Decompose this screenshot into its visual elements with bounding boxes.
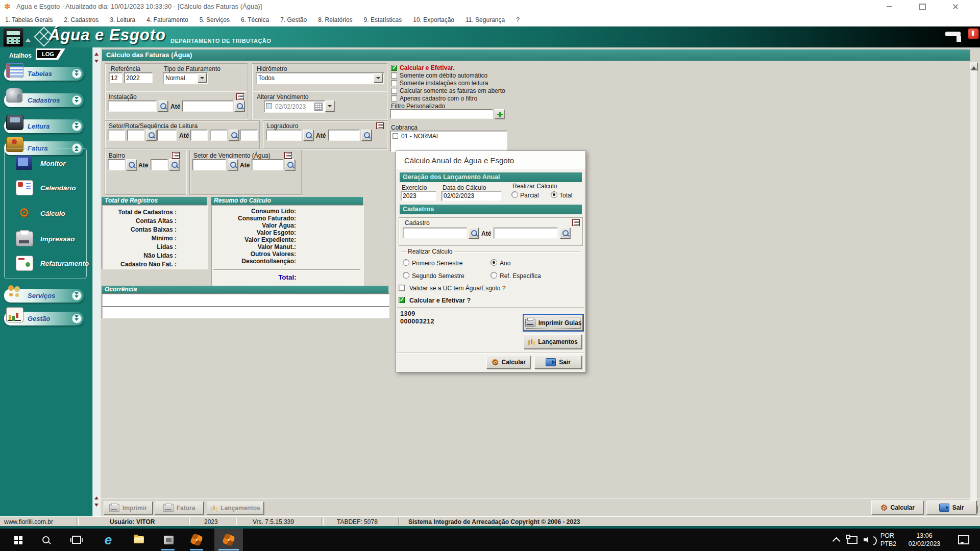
dialog-calcular-efetivar-checkbox[interactable] [399,297,405,303]
menu-help[interactable]: ? [516,16,520,23]
menu-leitura[interactable]: 3. Leitura [110,16,135,23]
tray-volume-button[interactable] [860,529,878,551]
menu-seguranca[interactable]: 11. Segurança [465,16,505,23]
taskbar-fiorilli1-button[interactable] [185,529,208,551]
lancamentos-button[interactable]: Lançamentos [207,502,264,514]
setor-venc-from-input[interactable] [192,159,226,170]
dropdown-arrow-icon[interactable] [198,73,207,83]
start-button[interactable] [6,529,30,551]
search-icon[interactable] [146,130,156,141]
close-button[interactable] [945,0,966,13]
menu-estatisticas[interactable]: 9. Estatísticas [364,16,402,23]
taskbar-fiorilli2-button[interactable] [217,529,240,551]
dialog-calcular-button[interactable]: ⚙ Calcular [486,356,530,369]
hidrometro-select[interactable]: Todos [256,72,384,84]
banner-close-button[interactable] [968,28,979,39]
chevron-down-icon[interactable] [72,314,82,323]
chevron-down-icon[interactable] [72,69,82,79]
search-icon[interactable] [285,159,295,170]
cobranca-listbox[interactable]: 01 - NORMAL [390,131,507,152]
parcial-radio[interactable] [511,191,518,198]
bairro-to-input[interactable] [151,159,168,170]
tray-network-button[interactable] [843,529,862,551]
cadastro-filtro-checkbox[interactable] [391,95,397,102]
faturas-aberto-checkbox[interactable] [391,88,397,94]
list-picker-icon[interactable] [284,152,292,159]
menu-relatorios[interactable]: 8. Relatórios [318,16,352,23]
calculator-icon[interactable] [3,28,23,47]
scroll-down-icon[interactable] [93,500,100,508]
search-icon[interactable] [158,101,168,112]
maximize-button[interactable] [912,0,933,13]
menu-cadastros[interactable]: 2. Cadastros [64,16,99,23]
primeiro-semestre-radio[interactable] [403,259,409,266]
calendar-icon[interactable] [314,103,323,111]
logradouro-from-input[interactable] [266,130,302,141]
menu-faturamento[interactable]: 4. Faturamento [146,16,188,23]
menu-tecnica[interactable]: 6. Técnica [241,16,269,23]
dropdown-arrow-icon[interactable] [374,73,383,83]
chevron-down-icon[interactable] [72,95,82,105]
sair-button[interactable]: Sair [926,500,976,514]
imprimir-button[interactable]: Imprimir [104,502,153,514]
ref-especifica-radio[interactable] [491,272,497,279]
submenu-item-calculo[interactable]: Cálculo [8,204,82,224]
language-indicator[interactable]: POR PTB2 [880,532,896,548]
instalacao-from-input[interactable] [108,101,157,112]
referencia-year-input[interactable] [124,72,153,83]
chevron-down-icon[interactable] [72,291,82,300]
search-icon[interactable] [126,159,136,170]
search-icon[interactable] [469,228,479,239]
task-view-button[interactable] [65,529,88,551]
scroll-up-icon[interactable] [93,493,100,500]
minimize-button[interactable] [879,0,899,13]
cobranca-item-checkbox[interactable] [393,133,398,139]
sidebar-tab-log[interactable]: LOG [36,48,65,60]
bairro-from-input[interactable] [108,159,125,170]
setor-input[interactable] [108,130,125,141]
segundo-semestre-radio[interactable] [403,272,409,279]
search-icon[interactable] [560,228,570,239]
submenu-item-calendario[interactable]: Calendário [8,178,82,198]
main-scrollbar[interactable] [970,62,978,513]
rota-to-input[interactable] [210,130,227,141]
setor-venc-to-input[interactable] [252,159,283,170]
menu-tabelas-gerais[interactable]: 1. Tabelas Gerais [5,16,53,23]
search-icon[interactable] [234,101,244,112]
date-enable-checkbox[interactable] [266,103,272,109]
search-icon[interactable] [228,159,238,170]
list-picker-icon[interactable] [236,93,244,100]
dialog-lancamentos-button[interactable]: Lançamentos [524,334,582,349]
search-icon[interactable] [229,130,239,141]
alterar-vencimento-datefield[interactable]: 02/02/2023 [264,101,325,113]
cadastro-to-input[interactable] [494,228,558,239]
menu-servicos[interactable]: 5. Serviços [200,16,230,23]
calcular-efetivar-checkbox[interactable] [391,65,397,71]
chevron-down-icon[interactable] [72,121,82,131]
sidebar-scrollbar[interactable] [92,47,101,516]
logradouro-to-input[interactable] [328,130,360,141]
tray-chevron-button[interactable] [827,529,845,551]
search-icon[interactable] [169,159,179,170]
filtro-personalizado-input[interactable] [390,109,493,119]
list-picker-icon[interactable] [172,152,180,159]
imprimir-guias-button[interactable]: Imprimir Guias [524,315,583,331]
search-icon[interactable] [303,130,313,141]
scroll-up-icon[interactable] [93,49,100,57]
list-picker-icon[interactable] [376,122,384,129]
scroll-down-icon[interactable] [93,57,100,64]
calcular-button[interactable]: ⚙ Calcular [871,500,923,514]
add-filter-button[interactable] [495,109,504,119]
sequencia-input[interactable] [157,130,177,141]
menu-exportacao[interactable]: 10. Exportação [413,16,454,23]
ano-radio[interactable] [491,259,497,266]
rota-input[interactable] [127,130,144,141]
sidebar-tab-atalhos[interactable]: Atalhos [9,52,32,59]
cadastro-from-input[interactable] [403,228,467,239]
scroll-up-icon[interactable] [970,63,977,70]
submenu-item-monitor[interactable]: Monitor [8,154,82,174]
menu-gestao[interactable]: 7. Gestão [280,16,307,23]
taskbar-ie-button[interactable]: e [96,529,120,551]
data-calculo-input[interactable] [442,191,502,201]
collapse-arrow-icon[interactable] [26,36,31,42]
